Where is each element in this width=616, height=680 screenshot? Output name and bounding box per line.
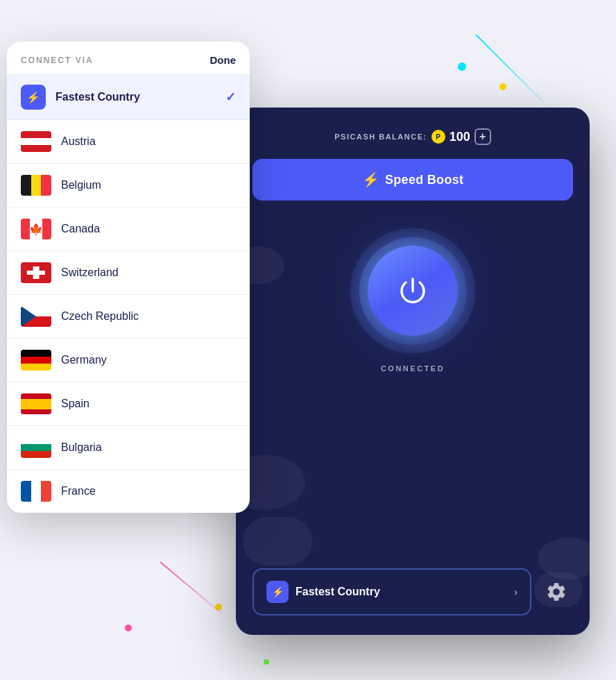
bulgaria-flag-icon [21, 437, 51, 458]
list-item[interactable]: France [7, 470, 250, 513]
country-name: Bulgaria [61, 441, 102, 454]
speed-boost-label: Speed Boost [385, 173, 463, 187]
power-button[interactable] [368, 246, 458, 336]
list-item[interactable]: Germany [7, 339, 250, 382]
list-item[interactable]: Spain [7, 382, 250, 426]
connect-via-panel: CONNECT VIA Done ⚡ Fastest Country ✓ Aus… [7, 42, 250, 513]
fastest-country-button-label: Fastest Country [296, 586, 507, 598]
vpn-panel: PSICASH BALANCE: P 100 + ⚡ Speed Boost C… [236, 108, 590, 635]
speed-boost-button[interactable]: ⚡ Speed Boost [253, 159, 573, 201]
list-item[interactable]: Bulgaria [7, 426, 250, 470]
connect-via-title: CONNECT VIA [21, 56, 94, 65]
fastest-country-icon: ⚡ [266, 581, 289, 603]
list-item[interactable]: 🍁 Canada [7, 207, 250, 251]
country-name: Switzerland [61, 266, 119, 279]
belgium-flag-icon [21, 175, 51, 196]
done-button[interactable]: Done [210, 54, 237, 66]
canada-flag-icon: 🍁 [21, 219, 51, 239]
fastest-country-row-icon: ⚡ [21, 85, 46, 110]
country-name: Czech Republic [61, 310, 139, 323]
bolt-icon: ⚡ [362, 171, 379, 188]
psicash-amount: 100 [450, 130, 470, 144]
country-name: Germany [61, 354, 107, 366]
country-list: Austria Belgium 🍁 Canada Switzerland [7, 120, 250, 513]
cloud-decoration [243, 517, 312, 566]
power-button-container [350, 228, 475, 353]
list-item[interactable]: Belgium [7, 164, 250, 207]
decoration-dot-cyan [458, 62, 466, 71]
connected-status-label: CONNECTED [381, 364, 445, 373]
france-flag-icon [21, 481, 51, 502]
fastest-country-select-button[interactable]: ⚡ Fastest Country › [253, 568, 531, 615]
psicash-coin-icon: P [431, 130, 445, 144]
country-name: France [61, 485, 96, 498]
decoration-dot-yellow [499, 83, 506, 90]
country-name: Canada [61, 223, 100, 235]
list-item[interactable]: Austria [7, 120, 250, 164]
decoration-line2 [160, 561, 230, 620]
germany-flag-icon [21, 350, 51, 371]
bottom-action-row: ⚡ Fastest Country › [253, 568, 573, 615]
austria-flag-icon [21, 131, 51, 152]
cloud-decoration [534, 572, 583, 607]
power-icon [395, 273, 430, 308]
psicash-label: PSICASH BALANCE: [334, 133, 427, 141]
list-item[interactable]: Czech Republic [7, 295, 250, 339]
decoration-dot-green [264, 659, 269, 665]
chevron-right-icon: › [514, 586, 517, 597]
decoration-dot-yellow2 [215, 604, 222, 611]
country-name: Spain [61, 398, 89, 410]
psicash-add-button[interactable]: + [474, 128, 491, 145]
psicash-balance-row: PSICASH BALANCE: P 100 + [334, 128, 490, 145]
switzerland-flag-icon [21, 262, 51, 283]
decoration-line1 [475, 34, 555, 114]
fastest-country-row-label: Fastest Country [55, 91, 216, 103]
decoration-dot-pink [125, 624, 132, 631]
connect-via-header: CONNECT VIA Done [7, 42, 250, 75]
list-item[interactable]: Switzerland [7, 251, 250, 295]
fastest-country-row[interactable]: ⚡ Fastest Country ✓ [7, 75, 250, 120]
country-name: Austria [61, 135, 96, 148]
czech-flag-icon [21, 306, 51, 327]
selected-checkmark-icon: ✓ [225, 90, 236, 105]
country-name: Belgium [61, 179, 101, 192]
spain-flag-icon [21, 393, 51, 414]
